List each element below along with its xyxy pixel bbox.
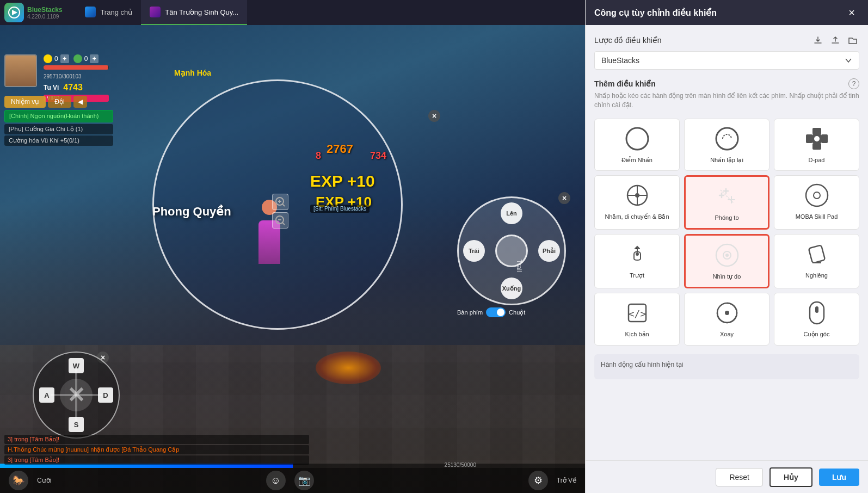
- control-rotate[interactable]: Xoay: [684, 293, 769, 345]
- damage-num-3: 734: [370, 150, 386, 162]
- add-controls-section: Thêm điều khiển ? Nhấp hoặc kéo các hành…: [594, 78, 859, 110]
- svg-point-32: [725, 311, 729, 315]
- repeat-label: Nhấn lặp lại: [710, 156, 743, 164]
- current-actions: Hành động cấu hình hiện tại: [594, 354, 859, 379]
- dpad-label: D-pad: [809, 156, 825, 164]
- rotate-icon-container: [714, 300, 740, 326]
- control-scroll[interactable]: Cuộn góc: [774, 293, 859, 345]
- panel-title: Công cụ tùy chỉnh điều khiển: [594, 8, 717, 18]
- home-tab-label: Trang chủ: [100, 8, 132, 16]
- zoom-label: Phóng to: [715, 214, 738, 221]
- scheme-actions: [811, 34, 859, 47]
- manh-hoa-label: Mạnh Hóa: [174, 69, 211, 77]
- svg-point-16: [814, 136, 820, 141]
- svg-point-26: [725, 254, 729, 257]
- game-tab-label: Tân Trường Sinh Quy...: [165, 8, 238, 16]
- scheme-section: Lược đồ điều khiển: [594, 34, 859, 47]
- control-freelook[interactable]: Nhìn tự do: [684, 234, 769, 288]
- svg-point-10: [716, 128, 738, 150]
- tab-game[interactable]: Tân Trường Sinh Quy...: [141, 0, 247, 25]
- chevron-down-icon: [845, 57, 852, 64]
- quest-tab-party[interactable]: Đội: [48, 96, 71, 108]
- scroll-icon: [809, 301, 825, 325]
- svg-rect-34: [815, 306, 818, 313]
- svg-point-23: [636, 252, 639, 256]
- moba-icon-container: [804, 182, 830, 208]
- svg-rect-13: [806, 134, 812, 143]
- svg-text:</>: </>: [628, 308, 646, 319]
- swipe-label: Trượt: [630, 272, 644, 279]
- quest-sub-2: Cường hóa Vũ Khí +5(0/1): [4, 135, 113, 146]
- import-icon[interactable]: [811, 34, 824, 47]
- dpad-icon: [805, 127, 829, 151]
- control-moba[interactable]: MOBA Skill Pad: [774, 175, 859, 230]
- tilt-label: Nghiêng: [805, 272, 828, 279]
- quest-tabs: Nhiệm vụ Đội ◀: [4, 96, 113, 108]
- cancel-button[interactable]: Hủy: [769, 467, 812, 487]
- add-controls-desc: Nhấp hoặc kéo các hành động trên màn hìn…: [594, 91, 859, 110]
- exp-text-large: EXP +10: [310, 172, 375, 190]
- coin-item: 0 +: [44, 54, 69, 63]
- script-icon: </>: [625, 301, 649, 325]
- scroll-icon-container: [804, 300, 830, 326]
- svg-rect-27: [808, 245, 824, 263]
- scroll-label: Cuộn góc: [804, 330, 830, 338]
- save-button[interactable]: Lưu: [819, 469, 859, 486]
- control-script[interactable]: </> Kịch bản: [594, 293, 680, 345]
- right-panel: Công cụ tùy chỉnh điều khiển × Lược đồ đ…: [585, 0, 868, 493]
- current-actions-title: Hành động cấu hình hiện tại: [601, 361, 853, 368]
- aim-label: Nhắm, di chuyển & Bắn: [605, 213, 669, 220]
- damage-num-2: 2767: [327, 142, 353, 156]
- quest-main-item[interactable]: [Chính] Ngọn nguồn(Hoàn thành): [4, 110, 113, 122]
- app-version: 4.220.0.1109: [27, 14, 59, 20]
- svg-rect-11: [812, 128, 821, 134]
- control-repeat[interactable]: Nhấn lặp lại: [684, 119, 769, 171]
- coin-value: 0: [54, 55, 58, 63]
- tilt-icon: [805, 242, 829, 266]
- add-controls-title: Thêm điều khiển: [594, 79, 656, 88]
- game-area: BlueStacks 4.220.0.1109 Trang chủ Tân Tr…: [0, 0, 585, 493]
- jade-item: 0 +: [73, 54, 99, 63]
- panel-header: Công cụ tùy chỉnh điều khiển ×: [586, 0, 868, 25]
- control-swipe[interactable]: Trượt: [594, 234, 680, 288]
- coin-icon: [44, 54, 52, 63]
- zoom-circle-close[interactable]: ×: [428, 110, 440, 122]
- damage-num-1: 8: [316, 150, 321, 162]
- control-dpad[interactable]: D-pad: [774, 119, 859, 171]
- quest-tab-main[interactable]: Nhiệm vụ: [4, 96, 46, 108]
- rotate-label: Xoay: [720, 330, 734, 338]
- player-level: Tu Vi: [44, 84, 59, 91]
- rotate-icon: [715, 301, 739, 325]
- title-bar: BlueStacks 4.220.0.1109 Trang chủ Tân Tr…: [0, 0, 585, 25]
- export-icon[interactable]: [829, 34, 842, 47]
- control-tilt[interactable]: Nghiêng: [774, 234, 859, 288]
- quest-tab-arrow[interactable]: ◀: [73, 96, 87, 108]
- jade-value: 0: [84, 55, 88, 63]
- moba-label: MOBA Skill Pad: [796, 213, 838, 220]
- scheme-dropdown[interactable]: BlueStacks: [594, 51, 859, 70]
- jade-icon: [73, 54, 82, 63]
- freelook-icon: [715, 243, 739, 267]
- hp-bar: [44, 65, 109, 70]
- add-jade-button[interactable]: +: [90, 54, 99, 63]
- help-icon[interactable]: ?: [848, 78, 859, 89]
- hp-bar-container: 295710/300103: [44, 65, 109, 81]
- svg-rect-14: [821, 134, 828, 143]
- game-tab-icon: [150, 7, 161, 17]
- scheme-value: BlueStacks: [601, 56, 639, 65]
- quest-sub-1: [Phụ] Cường Gia Chi Lộ (1): [4, 124, 113, 134]
- repeat-icon-container: [714, 126, 740, 152]
- svg-point-9: [626, 128, 648, 150]
- close-icon: ×: [848, 7, 855, 19]
- tab-home[interactable]: Trang chủ: [76, 0, 141, 25]
- freelook-label: Nhìn tự do: [713, 273, 741, 280]
- svg-marker-1: [12, 10, 17, 15]
- add-coins-button[interactable]: +: [60, 54, 69, 63]
- player-level-val: 4743: [63, 83, 83, 93]
- control-tap[interactable]: Điểm Nhấn: [594, 119, 680, 171]
- control-zoom[interactable]: Phóng to: [684, 175, 769, 230]
- control-aim[interactable]: Nhắm, di chuyển & Bắn: [594, 175, 680, 230]
- reset-button[interactable]: Reset: [716, 468, 763, 486]
- folder-icon[interactable]: [846, 34, 859, 47]
- panel-close-button[interactable]: ×: [844, 5, 859, 20]
